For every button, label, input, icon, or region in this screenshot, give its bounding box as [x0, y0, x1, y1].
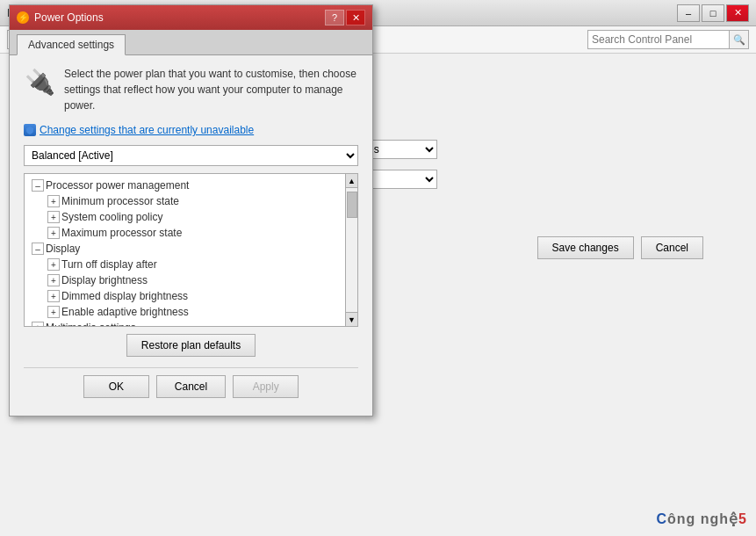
- save-changes-button[interactable]: Save changes: [537, 236, 634, 259]
- tree-item[interactable]: +System cooling policy: [28, 209, 354, 225]
- power-close-button[interactable]: ✕: [346, 10, 365, 25]
- power-desc-text: Select the power plan that you want to c…: [64, 66, 358, 113]
- shield-icon: [24, 124, 36, 136]
- power-titlebar-controls: ? ✕: [325, 10, 365, 25]
- bg-restore-button[interactable]: □: [702, 4, 724, 22]
- bg-titlebar-controls: – □ ✕: [677, 4, 749, 22]
- power-bottom-buttons: OK Cancel Apply: [24, 367, 358, 405]
- tree-item-label: Dimmed display brightness: [61, 290, 188, 302]
- tree-item[interactable]: –Processor power management: [28, 177, 354, 193]
- tree-scrollbar: ▲ ▼: [345, 174, 357, 326]
- watermark: Công nghệ5: [656, 511, 747, 527]
- tree-scroll-up-button[interactable]: ▲: [346, 174, 358, 188]
- tree-item[interactable]: +Multimedia settings: [28, 320, 354, 326]
- power-dialog-title: Power Options: [34, 11, 104, 24]
- tree-item-label: System cooling policy: [61, 211, 162, 223]
- power-cancel-button[interactable]: Cancel: [156, 375, 226, 398]
- power-plan-dropdown[interactable]: Balanced [Active]: [24, 145, 358, 166]
- tree-scroll-thumb[interactable]: [347, 192, 357, 218]
- restore-plan-defaults-button[interactable]: Restore plan defaults: [126, 334, 256, 357]
- power-titlebar-left: ⚡ Power Options: [17, 11, 104, 24]
- tree-item-label: Enable adaptive brightness: [61, 306, 189, 318]
- tree-item-label: Display: [46, 243, 80, 255]
- tree-expander[interactable]: +: [47, 227, 60, 239]
- tree-item[interactable]: +Turn off display after: [28, 257, 354, 272]
- tree-item[interactable]: +Maximum processor state: [28, 225, 354, 241]
- power-options-dialog: ⚡ Power Options ? ✕ Advanced settings 🔌 …: [9, 4, 373, 416]
- power-ok-button[interactable]: OK: [83, 375, 149, 398]
- bg-minimize-button[interactable]: –: [677, 4, 700, 22]
- tree-content: –Processor power management+Minimum proc…: [25, 174, 357, 326]
- tree-item-label: Processor power management: [46, 179, 189, 192]
- bg-search-input[interactable]: [588, 31, 729, 48]
- tree-expander[interactable]: +: [47, 211, 60, 223]
- power-restore-row: Restore plan defaults: [24, 334, 358, 357]
- power-titlebar: ⚡ Power Options ? ✕: [10, 5, 372, 30]
- tree-expander[interactable]: –: [32, 243, 44, 255]
- power-plug-icon: 🔌: [24, 66, 55, 98]
- bg-close-button[interactable]: ✕: [726, 4, 749, 22]
- tree-expander[interactable]: +: [47, 274, 60, 286]
- tree-item[interactable]: –Display: [28, 241, 354, 257]
- tree-item[interactable]: +Display brightness: [28, 272, 354, 288]
- power-content: 🔌 Select the power plan that you want to…: [10, 55, 372, 416]
- change-settings-link[interactable]: Change settings that are currently unava…: [40, 124, 254, 136]
- tree-item-label: Display brightness: [61, 274, 148, 286]
- tree-item-label: Maximum processor state: [61, 227, 182, 239]
- bg-search-button[interactable]: 🔍: [729, 31, 748, 48]
- tree-item-label: Minimum processor state: [61, 195, 179, 207]
- bg-search-box: 🔍: [587, 30, 749, 49]
- tree-item[interactable]: +Minimum processor state: [28, 193, 354, 209]
- tree-expander[interactable]: +: [32, 322, 44, 326]
- power-tabs: Advanced settings: [10, 30, 372, 55]
- tree-item-label: Turn off display after: [61, 258, 157, 271]
- tree-expander[interactable]: +: [47, 290, 60, 302]
- power-tree: –Processor power management+Minimum proc…: [24, 173, 358, 327]
- tab-advanced-settings[interactable]: Advanced settings: [17, 34, 126, 55]
- tree-item[interactable]: +Dimmed display brightness: [28, 288, 354, 304]
- tree-expander[interactable]: +: [47, 258, 60, 271]
- power-desc-row: 🔌 Select the power plan that you want to…: [24, 66, 358, 113]
- tree-item-label: Multimedia settings: [46, 322, 136, 326]
- tree-expander[interactable]: +: [47, 195, 60, 207]
- tree-expander[interactable]: +: [47, 306, 60, 318]
- tree-scroll-down-button[interactable]: ▼: [346, 312, 358, 326]
- tree-expander[interactable]: –: [32, 179, 44, 192]
- tree-item[interactable]: +Enable adaptive brightness: [28, 304, 354, 320]
- power-apply-button[interactable]: Apply: [233, 375, 299, 398]
- bg-cancel-button[interactable]: Cancel: [641, 236, 703, 259]
- power-help-button[interactable]: ?: [325, 10, 344, 25]
- power-change-settings-link-row: Change settings that are currently unava…: [24, 124, 358, 136]
- power-dialog-icon: ⚡: [17, 11, 29, 24]
